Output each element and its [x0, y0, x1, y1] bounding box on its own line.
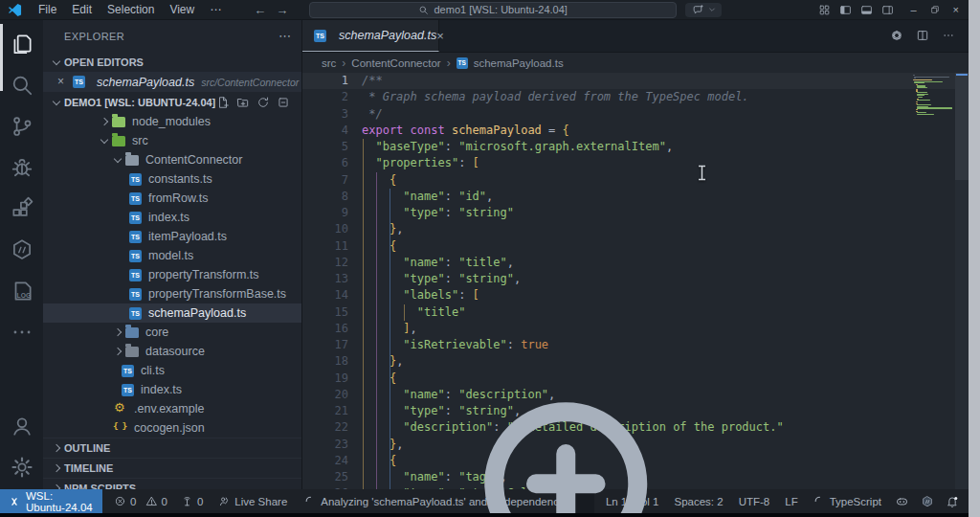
tab-close-icon[interactable]: × — [436, 29, 444, 43]
restore-button[interactable] — [930, 5, 940, 14]
run-debug-icon[interactable] — [10, 155, 34, 180]
code-line-3[interactable]: 3 */ — [302, 106, 955, 123]
hex-4c-icon[interactable] — [10, 237, 34, 262]
command-center-search[interactable]: demo1 [WSL: Ubuntu-24.04] — [309, 2, 677, 18]
code-line-10[interactable]: 10 }, — [302, 221, 955, 237]
breadcrumb-contentconnector[interactable]: ContentConnector — [351, 57, 440, 69]
more-actions-icon[interactable] — [942, 29, 955, 42]
code-line-6[interactable]: 6 "properties": [ — [302, 155, 955, 171]
tree-item-fromrow-ts[interactable]: fromRow.ts — [43, 189, 301, 208]
code-line-15[interactable]: 15 "title" — [302, 304, 955, 321]
code-line-17[interactable]: 17 "isRetrievable": true — [302, 337, 955, 353]
nav-back-icon[interactable]: ← — [254, 3, 266, 17]
tree-item-core[interactable]: core — [43, 323, 301, 342]
code-line-2[interactable]: 2 * Graph schema payload derived from th… — [302, 89, 955, 105]
tree-item-contentconnector[interactable]: ContentConnector — [43, 150, 301, 169]
close-button[interactable]: × — [953, 4, 959, 15]
refresh-icon[interactable] — [256, 96, 270, 109]
section-timeline[interactable]: TIMELINE — [43, 458, 301, 478]
editor-scrollbar[interactable] — [955, 73, 969, 489]
breadcrumb-src[interactable]: src — [322, 57, 336, 69]
new-file-icon[interactable] — [216, 96, 230, 109]
eol-status[interactable]: LF — [785, 496, 797, 507]
menu-view[interactable]: View — [162, 0, 202, 19]
new-folder-icon[interactable] — [236, 96, 250, 109]
tree-item-propertytransform-ts[interactable]: propertyTransform.ts — [43, 265, 301, 284]
cursor-position[interactable]: Ln 1, Col 1 — [606, 496, 659, 507]
close-icon[interactable]: × — [55, 76, 67, 88]
open-editors-header[interactable]: OPEN EDITORS — [43, 53, 301, 72]
ports-indicator[interactable]: 0 — [181, 495, 203, 507]
line-number: 23 — [302, 437, 348, 453]
language-mode[interactable]: TypeScript — [813, 495, 881, 507]
section-outline[interactable]: OUTLINE — [43, 438, 301, 458]
log-icon[interactable]: LOG — [10, 279, 34, 303]
zoom-status-button[interactable] — [573, 489, 594, 513]
indentation-status[interactable]: Spaces: 2 — [675, 496, 724, 507]
tree-item-cli-ts[interactable]: cli.ts — [43, 361, 301, 380]
account-icon[interactable] — [10, 414, 34, 438]
tree-item-index-ts[interactable]: index.ts — [43, 380, 301, 399]
split-editor-icon[interactable] — [916, 29, 929, 42]
scrollbar-slider[interactable] — [955, 73, 969, 180]
tree-item--env-example[interactable]: .env.example — [43, 399, 301, 418]
code-line-9[interactable]: 9 "type": "string" — [302, 205, 955, 221]
tree-item-node-modules[interactable]: node_modules — [43, 112, 301, 131]
search-icon[interactable] — [10, 73, 34, 98]
tree-item-itempayload-ts[interactable]: itemPayload.ts — [43, 227, 301, 246]
layout-panel-icon[interactable] — [860, 4, 873, 16]
menu-selection[interactable]: Selection — [100, 0, 162, 19]
tree-item-cocogen-json[interactable]: cocogen.json — [43, 418, 301, 438]
code-line-16[interactable]: 16 ], — [302, 321, 955, 337]
tab-schemapayload[interactable]: schemaPayload.ts × — [302, 20, 439, 52]
settings-gear-icon[interactable] — [10, 455, 34, 480]
code-line-13[interactable]: 13 "type": "string", — [302, 271, 955, 287]
line-number: 25 — [302, 469, 348, 485]
remote-indicator[interactable]: WSL: Ubuntu-24.04 — [0, 489, 102, 513]
code-line-12[interactable]: 12 "name": "title", — [302, 255, 955, 271]
workspace-header[interactable]: DEMO1 [WSL: UBUNTU-24.04] — [43, 92, 301, 112]
copilot-chat-button[interactable] — [685, 3, 722, 17]
tree-item-datasource[interactable]: datasource — [43, 342, 301, 361]
encoding-status[interactable]: UTF-8 — [739, 496, 770, 507]
notifications-bell[interactable] — [946, 495, 959, 508]
layout-sidebar-right-icon[interactable] — [881, 4, 894, 16]
minimize-button[interactable]: – — [910, 4, 916, 15]
openai-icon[interactable] — [890, 29, 903, 42]
tree-item-src[interactable]: src — [43, 131, 301, 150]
menu-file[interactable]: File — [31, 0, 64, 19]
spinner-icon — [813, 495, 826, 507]
copilot-status-icon[interactable] — [895, 494, 909, 508]
code-line-11[interactable]: 11 { — [302, 238, 955, 255]
source-control-icon[interactable] — [10, 114, 34, 139]
tree-item-schemapayload-ts[interactable]: schemaPayload.ts — [43, 303, 301, 323]
menu-more[interactable]: ⋯ — [202, 0, 229, 19]
live-share-icon — [218, 495, 231, 507]
tree-item-constants-ts[interactable]: constants.ts — [43, 169, 301, 189]
explorer-files-icon[interactable] — [10, 32, 34, 56]
nav-forward-icon[interactable]: → — [276, 3, 288, 17]
breadcrumb-file[interactable]: schemaPayload.ts — [474, 57, 564, 69]
open-editor-item[interactable]: × schemaPayload.ts src/ContentConnector — [43, 72, 301, 92]
explorer-more-icon[interactable]: ⋯ — [278, 29, 292, 43]
collapse-folders-icon[interactable] — [277, 96, 290, 109]
layout-grid-icon[interactable] — [818, 4, 831, 16]
layout-sidebar-left-icon[interactable] — [839, 4, 852, 16]
code-line-8[interactable]: 8 "name": "id", — [302, 189, 955, 205]
code-line-5[interactable]: 5 "baseType": "microsoft.graph.externalI… — [302, 139, 955, 155]
problems-indicator[interactable]: 0 0 — [114, 495, 167, 507]
code-line-7[interactable]: 7 { — [302, 172, 955, 189]
tree-item-propertytransformbase-ts[interactable]: propertyTransformBase.ts — [43, 284, 301, 303]
section-npm-scripts[interactable]: NPM SCRIPTS — [43, 478, 301, 489]
hex-4c-status-icon[interactable] — [921, 495, 934, 508]
tree-item-model-ts[interactable]: model.ts — [43, 246, 301, 265]
more-actions-icon[interactable] — [10, 320, 34, 345]
live-share-button[interactable]: Live Share — [218, 495, 287, 507]
code-line-4[interactable]: 4export const schemaPayload = { — [302, 123, 955, 139]
menu-edit[interactable]: Edit — [64, 0, 100, 19]
extensions-icon[interactable] — [10, 196, 34, 221]
tree-item-index-ts[interactable]: index.ts — [43, 208, 301, 227]
minimap[interactable] — [913, 75, 955, 489]
code-line-14[interactable]: 14 "labels": [ — [302, 287, 955, 303]
code-line-1[interactable]: 1/** — [302, 73, 955, 89]
